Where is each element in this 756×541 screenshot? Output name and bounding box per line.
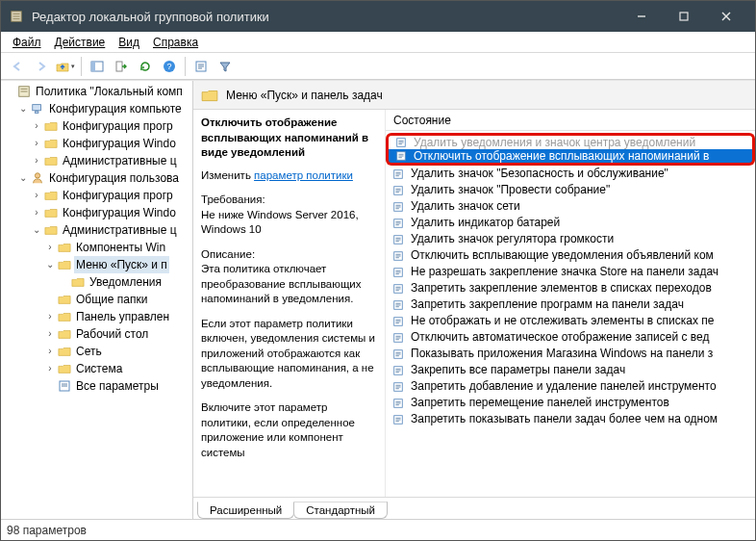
policy-icon — [391, 233, 405, 246]
close-button[interactable] — [705, 1, 747, 32]
toolbar-properties[interactable] — [190, 56, 212, 77]
info-column: Отключить отображение всплывающих напоми… — [193, 110, 386, 498]
policy-icon — [391, 167, 405, 181]
tree-start-menu[interactable]: ⌄Меню «Пуск» и п — [45, 256, 192, 273]
policy-label: Отключить отображение всплывающих напоми… — [414, 149, 709, 165]
tree-item[interactable]: Уведомления — [59, 273, 192, 291]
toolbar-help[interactable]: ? — [159, 56, 180, 77]
toolbar-showhide[interactable] — [87, 56, 108, 77]
svg-rect-21 — [35, 112, 38, 114]
policy-item[interactable]: Отключить всплывающие уведомления объявл… — [386, 247, 755, 264]
svg-rect-10 — [116, 62, 122, 71]
menu-help[interactable]: Справка — [147, 34, 204, 51]
policy-icon — [391, 217, 405, 230]
policy-icon — [394, 149, 408, 163]
policy-icon — [391, 200, 405, 214]
policy-item[interactable]: Запретить показывать панели задач более … — [386, 411, 755, 427]
toolbar-forward[interactable] — [31, 56, 52, 77]
app-icon — [9, 9, 24, 24]
policy-item[interactable]: Удалить значок "Безопасность и обслужива… — [386, 166, 755, 182]
policy-item[interactable]: Удалить значок регулятора громкости — [386, 231, 755, 247]
policy-label: Удалить индикатор батарей — [411, 215, 560, 231]
tree-root[interactable]: Политика "Локальный комп — [5, 83, 192, 100]
tree-item[interactable]: ›Конфигурация Windo — [32, 135, 192, 152]
policy-icon — [391, 184, 405, 197]
tree-all-params[interactable]: Все параметры — [45, 377, 192, 395]
tree-admin-templates[interactable]: ⌄Административные ц — [32, 221, 192, 239]
policy-item[interactable]: Удалить индикатор батарей — [386, 215, 755, 231]
svg-rect-20 — [33, 105, 41, 111]
policy-icon — [391, 348, 405, 361]
policy-item[interactable]: Запретить закрепление программ на панели… — [386, 296, 755, 313]
maximize-button[interactable] — [663, 1, 705, 32]
edit-policy-link[interactable]: параметр политики — [254, 169, 353, 181]
statusbar: 98 параметров — [1, 519, 755, 540]
policy-item[interactable]: Запретить добавление и удаление панелей … — [386, 378, 755, 395]
edit-policy-link-wrap: Изменить параметр политики — [201, 168, 377, 184]
tab-standard[interactable]: Стандартный — [293, 502, 388, 519]
policy-label: Запретить перемещение панелей инструмент… — [411, 395, 669, 411]
policy-label: Отключить всплывающие уведомления объявл… — [411, 247, 714, 264]
policy-icon — [394, 136, 408, 149]
minimize-button[interactable] — [620, 1, 663, 32]
policy-label: Удалить значок "Безопасность и обслужива… — [411, 166, 668, 182]
policy-item[interactable]: Не разрешать закрепление значка Store на… — [386, 264, 755, 280]
policy-icon — [391, 331, 405, 345]
tree-item[interactable]: ›Конфигурация прогр — [32, 187, 192, 204]
list-column: Состояние Удалить уведомления и значок ц… — [386, 110, 755, 498]
policy-item[interactable]: Удалить значок "Провести собрание" — [386, 182, 755, 198]
policy-label: Показывать приложения Магазина Windows н… — [411, 346, 713, 362]
policy-item[interactable]: Закрепить все параметры панели задач — [386, 362, 755, 378]
menu-view[interactable]: Вид — [113, 34, 145, 51]
menu-file[interactable]: Файл — [7, 34, 47, 51]
svg-text:?: ? — [166, 62, 171, 71]
column-header-state[interactable]: Состояние — [386, 110, 755, 131]
folder-icon — [201, 87, 218, 104]
policy-item[interactable]: Не отображать и не отслеживать элементы … — [386, 313, 755, 329]
tree-item[interactable]: ›Административные ц — [32, 152, 192, 169]
tree-item[interactable]: ›Конфигурация прогр — [32, 117, 192, 135]
toolbar-back[interactable] — [7, 56, 28, 77]
right-header: Меню «Пуск» и панель задач — [193, 81, 755, 110]
tree-computer-config[interactable]: ⌄ Конфигурация компьюте — [18, 100, 192, 117]
policy-item[interactable]: Отключить автоматическое отображение зап… — [386, 329, 755, 346]
policy-label: Запретить показывать панели задач более … — [411, 411, 718, 427]
tree-item[interactable]: ›Сеть — [45, 343, 192, 360]
toolbar-filter[interactable] — [214, 56, 236, 77]
main-area: Политика "Локальный комп ⌄ Конфигурация … — [1, 80, 755, 519]
tree-item[interactable]: Общие папки — [45, 291, 192, 308]
toolbar-export[interactable] — [111, 56, 132, 77]
policy-label: Удалить значок сети — [411, 198, 520, 215]
svg-rect-5 — [680, 13, 688, 20]
policy-icon — [391, 380, 405, 394]
policy-label: Не отображать и не отслеживать элементы … — [411, 313, 714, 329]
toolbar: ▾ ? — [1, 53, 755, 80]
policy-item[interactable]: Отключить отображение всплывающих напоми… — [386, 149, 755, 166]
toolbar-refresh[interactable] — [135, 56, 156, 77]
policy-icon — [391, 266, 405, 279]
policy-item[interactable]: Удалить уведомления и значок центра увед… — [386, 133, 755, 149]
tree-pane: Политика "Локальный комп ⌄ Конфигурация … — [1, 81, 193, 519]
description-p2: Если этот параметр политики включен, уве… — [201, 317, 377, 392]
policy-label: Запретить закрепление элементов в списка… — [411, 280, 712, 296]
svg-rect-9 — [91, 62, 95, 71]
tree-item[interactable]: ›Панель управлен — [45, 308, 192, 325]
tree-user-config[interactable]: ⌄ Конфигурация пользова — [18, 169, 192, 187]
menu-action[interactable]: Действие — [49, 34, 112, 51]
tab-extended[interactable]: Расширенный — [197, 502, 294, 519]
tree-item[interactable]: ›Компоненты Win — [45, 239, 192, 256]
policy-list[interactable]: Удалить уведомления и значок центра увед… — [386, 131, 755, 498]
tree-item[interactable]: ›Конфигурация Windo — [32, 204, 192, 221]
right-pane: Меню «Пуск» и панель задач Отключить ото… — [193, 81, 755, 519]
policy-icon — [391, 413, 405, 426]
policy-item[interactable]: Показывать приложения Магазина Windows н… — [386, 346, 755, 362]
policy-item[interactable]: Запретить закрепление элементов в списка… — [386, 280, 755, 296]
toolbar-up[interactable]: ▾ — [55, 56, 76, 77]
tree-item[interactable]: ›Система — [45, 360, 192, 377]
tree-item[interactable]: ›Рабочий стол — [45, 325, 192, 343]
status-text: 98 параметров — [7, 524, 87, 537]
policy-item[interactable]: Удалить значок сети — [386, 198, 755, 215]
policy-item[interactable]: Запретить перемещение панелей инструмент… — [386, 395, 755, 411]
policy-label: Запретить добавление и удаление панелей … — [411, 378, 717, 395]
right-title: Меню «Пуск» и панель задач — [226, 89, 383, 102]
